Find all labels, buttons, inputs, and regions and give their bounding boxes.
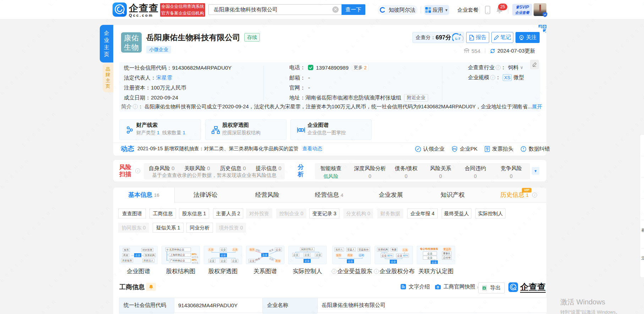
- svg-text:L-7: L-7: [455, 37, 460, 40]
- svg-text:PK: PK: [453, 148, 457, 150]
- svg-text:P: P: [470, 37, 471, 39]
- svg-text:X: X: [483, 287, 485, 290]
